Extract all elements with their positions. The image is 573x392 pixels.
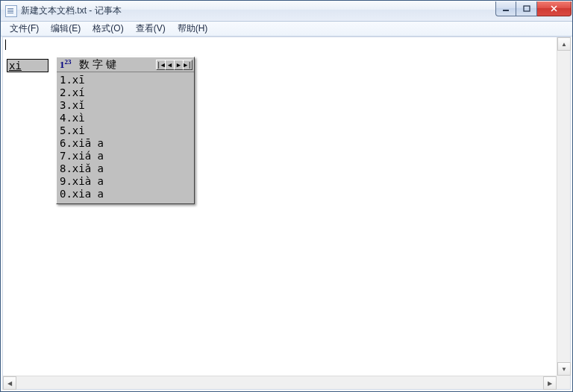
minimize-icon [502, 5, 510, 13]
ime-panel-header: 123 数字键 |◀ ◀ ▶ ▶| [57, 57, 194, 72]
text-caret [5, 39, 6, 50]
chevron-left-icon: ◀ [7, 380, 12, 387]
horizontal-scrollbar[interactable]: ◀ ▶ [3, 376, 557, 389]
scroll-left-button[interactable]: ◀ [3, 376, 16, 390]
scroll-right-button[interactable]: ▶ [543, 376, 557, 390]
ime-panel-title: 数字键 [75, 58, 157, 72]
scroll-up-button[interactable]: ▲ [557, 37, 571, 51]
first-page-icon: |◀ [157, 61, 165, 69]
svg-rect-0 [503, 10, 509, 11]
scroll-down-button[interactable]: ▼ [557, 362, 571, 376]
window-controls [495, 1, 572, 16]
next-page-icon: ▶ [177, 61, 181, 69]
ime-candidate[interactable]: 7.xiá a [60, 150, 191, 162]
vertical-scrollbar[interactable]: ▲ ▼ [557, 37, 570, 376]
window-title: 新建文本文档.txt - 记事本 [21, 4, 122, 17]
prev-page-icon: ◀ [168, 61, 172, 69]
titlebar: 新建文本文档.txt - 记事本 [1, 1, 572, 22]
ime-composition-box: xi [7, 59, 48, 72]
menu-file[interactable]: 文件(F) [4, 21, 45, 37]
menu-help[interactable]: 帮助(H) [172, 21, 214, 37]
notepad-window: 新建文本文档.txt - 记事本 文件(F) 编辑(E) 格式(O) 查看(V)… [0, 0, 573, 392]
svg-rect-1 [524, 6, 530, 11]
ime-candidate[interactable]: 0.xia a [60, 188, 191, 200]
scroll-corner [557, 376, 570, 389]
close-icon [550, 4, 558, 13]
ime-candidate-panel: 123 数字键 |◀ ◀ ▶ ▶| 1.xī2.xí3.xǐ4.xì5.xi6.… [56, 57, 195, 204]
app-icon [5, 5, 17, 17]
ime-candidate[interactable]: 4.xì [60, 112, 191, 124]
chevron-up-icon: ▲ [561, 41, 567, 48]
hscroll-track[interactable] [16, 376, 543, 389]
ime-candidate[interactable]: 1.xī [60, 74, 191, 86]
menu-edit[interactable]: 编辑(E) [45, 21, 87, 37]
maximize-button[interactable] [516, 1, 537, 16]
ime-candidate[interactable]: 5.xi [60, 124, 191, 137]
last-page-icon: ▶| [184, 61, 192, 69]
maximize-icon [523, 5, 530, 13]
chevron-right-icon: ▶ [548, 380, 552, 387]
ime-candidate[interactable]: 3.xǐ [60, 99, 191, 112]
menubar: 文件(F) 编辑(E) 格式(O) 查看(V) 帮助(H) [1, 22, 572, 37]
menu-view[interactable]: 查看(V) [130, 21, 172, 37]
menu-format[interactable]: 格式(O) [87, 21, 129, 37]
ime-composition-text: xi [9, 60, 22, 72]
chevron-down-icon: ▼ [561, 366, 567, 373]
close-button[interactable] [537, 1, 572, 16]
vscroll-track[interactable] [557, 51, 570, 362]
ime-candidate-list: 1.xī2.xí3.xǐ4.xì5.xi6.xiā a7.xiá a8.xiǎ … [57, 72, 194, 203]
ime-last-button[interactable]: ▶| [183, 60, 192, 70]
ime-candidate[interactable]: 6.xiā a [60, 137, 191, 150]
ime-candidate[interactable]: 2.xí [60, 86, 191, 99]
ime-candidate[interactable]: 9.xià a [60, 175, 191, 188]
ime-mode-indicator[interactable]: 123 [58, 58, 75, 71]
ime-candidate[interactable]: 8.xiǎ a [60, 162, 191, 175]
minimize-button[interactable] [495, 1, 516, 16]
ime-nav: |◀ ◀ ▶ ▶| [157, 60, 192, 70]
